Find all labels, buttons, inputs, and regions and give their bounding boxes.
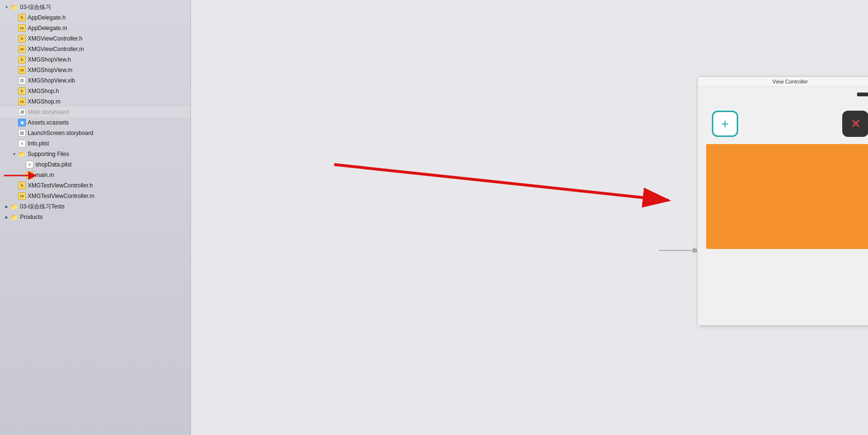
- sidebar-item-label: AppDelegate.m: [28, 25, 67, 31]
- x-icon: ✕: [851, 117, 860, 131]
- file-icon: m: [18, 98, 26, 105]
- file-icon: h: [18, 56, 26, 63]
- sidebar-item-Info-plist[interactable]: ≡Info.plist: [0, 138, 191, 149]
- sidebar-item-XMGShopView-m[interactable]: mXMGShopView.m: [0, 65, 191, 75]
- file-icon: ⊟: [18, 108, 26, 116]
- file-icon: m: [18, 192, 26, 200]
- sidebar-item-XMGShopView-h[interactable]: hXMGShopView.h: [0, 54, 191, 65]
- sidebar-item-main-m[interactable]: mmain.m: [0, 170, 191, 180]
- file-icon: 📁: [11, 203, 18, 210]
- file-icon: m: [18, 45, 26, 53]
- file-icon: h: [18, 87, 26, 95]
- file-icon: ⊡: [18, 77, 26, 84]
- status-bar: [702, 92, 868, 97]
- sidebar-item-label: Main.storyboard: [28, 109, 69, 115]
- file-icon: h: [18, 182, 26, 189]
- sidebar-item-AppDelegate-m[interactable]: mAppDelegate.m: [0, 23, 191, 33]
- sidebar-item-XMGShop-h[interactable]: hXMGShop.h: [0, 86, 191, 96]
- file-icon: ⊟: [18, 129, 26, 137]
- tree-triangle: ▼: [4, 5, 10, 10]
- sidebar-item-XMGShopView-xib[interactable]: ⊡XMGShopView.xib: [0, 75, 191, 86]
- file-icon: ◈: [18, 119, 26, 126]
- sidebar-item-shopData-plist[interactable]: ≡shopData.plist: [0, 159, 191, 170]
- sidebar-tree: ▼📁03-综合练习hAppDelegate.hmAppDelegate.mhXM…: [0, 2, 191, 222]
- sidebar-item-AppDelegate-h[interactable]: hAppDelegate.h: [0, 12, 191, 23]
- plus-icon: +: [721, 116, 729, 132]
- file-icon: ≡: [26, 161, 33, 168]
- sidebar-item-Products[interactable]: ▶📁Products: [0, 212, 191, 222]
- sidebar-item-label: Assets.xcassets: [28, 119, 69, 126]
- sidebar-item-label: main.m: [35, 172, 54, 178]
- file-icon: m: [18, 24, 26, 32]
- sidebar-item-label: Products: [20, 214, 42, 220]
- sidebar-item-label: 03-综合练习Tests: [20, 203, 64, 211]
- file-icon: h: [18, 14, 26, 21]
- file-icon: ≡: [18, 140, 26, 147]
- sidebar-item-label: 03-综合练习: [20, 3, 51, 11]
- sidebar-item-label: shopData.plist: [35, 161, 72, 168]
- sidebar-item-label: XMGViewController.m: [28, 46, 84, 52]
- tree-triangle: ▼: [11, 152, 17, 156]
- sidebar-item-label: XMGTestViewController.h: [28, 182, 93, 189]
- sidebar-item-label: XMGShopView.xib: [28, 77, 75, 84]
- sidebar-item-XMGTestViewController-m[interactable]: mXMGTestViewController.m: [0, 191, 191, 201]
- file-icon: h: [18, 35, 26, 42]
- sidebar-item-label: XMGShop.h: [28, 88, 59, 94]
- status-bar-indicator: [857, 93, 868, 96]
- sidebar-item-XMGViewController-h[interactable]: hXMGViewController.h: [0, 33, 191, 44]
- sidebar-item-folder-tests[interactable]: ▶📁03-综合练习Tests: [0, 201, 191, 212]
- sidebar-item-LaunchScreen-storyboard[interactable]: ⊟LaunchScreen.storyboard: [0, 128, 191, 138]
- sidebar-item-Assets-xcassets[interactable]: ◈Assets.xcassets: [0, 117, 191, 128]
- sidebar-item-label: XMGShop.m: [28, 98, 61, 105]
- buttons-row: + ✕: [702, 101, 868, 144]
- file-icon: 📁: [11, 3, 18, 11]
- vc-title: View Controller: [698, 77, 868, 87]
- orange-view: [706, 144, 868, 249]
- sidebar-item-label: XMGShopView.m: [28, 67, 73, 73]
- sidebar-item-Main-storyboard[interactable]: ⊟Main.storyboard: [0, 107, 191, 117]
- file-navigator: ▼📁03-综合练习hAppDelegate.hmAppDelegate.mhXM…: [0, 0, 191, 435]
- sidebar-item-XMGViewController-m[interactable]: mXMGViewController.m: [0, 44, 191, 54]
- sidebar-item-label: LaunchScreen.storyboard: [28, 130, 93, 136]
- file-icon: m: [26, 171, 33, 179]
- file-icon: 📁: [11, 213, 18, 221]
- view-controller-canvas: View Controller + ✕: [697, 76, 868, 326]
- tree-triangle: ▶: [4, 215, 10, 219]
- plus-button[interactable]: +: [712, 111, 738, 137]
- sidebar-item-XMGShop-m[interactable]: mXMGShop.m: [0, 96, 191, 107]
- sidebar-item-label: AppDelegate.h: [28, 14, 65, 21]
- vc-screen: + ✕: [698, 87, 868, 325]
- sidebar-item-label: XMGViewController.h: [28, 35, 83, 42]
- sidebar-item-label: Info.plist: [28, 140, 49, 147]
- file-icon: 📁: [18, 150, 26, 158]
- sidebar-item-label: Supporting Files: [28, 151, 69, 157]
- main-canvas: ▶ View Controller Scene V: [191, 0, 868, 435]
- storyboard-canvas[interactable]: View Controller + ✕: [191, 0, 868, 435]
- sidebar-item-Supporting-Files[interactable]: ▼📁Supporting Files: [0, 149, 191, 159]
- sidebar-item-label: XMGShopView.h: [28, 56, 71, 63]
- svg-line-2: [334, 165, 668, 200]
- file-icon: m: [18, 66, 26, 74]
- sidebar-item-label: XMGTestViewController.m: [28, 193, 95, 199]
- tree-triangle: ▶: [4, 205, 10, 209]
- sidebar-item-XMGTestViewController-h[interactable]: hXMGTestViewController.h: [0, 180, 191, 191]
- x-button[interactable]: ✕: [842, 111, 868, 137]
- sidebar-item-folder-03[interactable]: ▼📁03-综合练习: [0, 2, 191, 12]
